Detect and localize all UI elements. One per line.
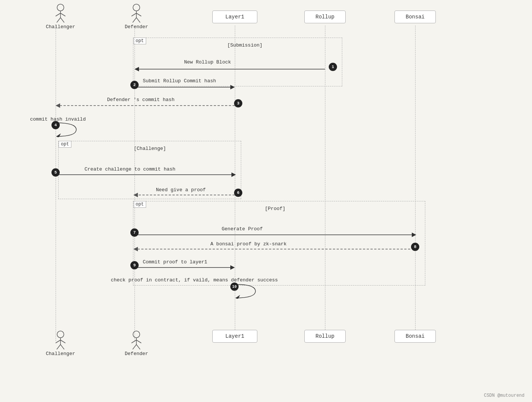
arrow-step3: [56, 103, 240, 109]
challenger-icon-top: [54, 4, 67, 23]
step-2: 2: [130, 81, 139, 89]
svg-line-10: [133, 18, 136, 23]
svg-marker-13: [135, 67, 139, 71]
svg-line-8: [131, 13, 136, 16]
svg-line-35: [60, 345, 64, 349]
opt-tag-proof: opt: [133, 201, 146, 208]
label-step5: Create challenge to commit hash: [85, 166, 175, 172]
defender-label-top: Defender: [125, 24, 148, 30]
svg-line-11: [136, 18, 140, 23]
svg-marker-26: [133, 247, 138, 251]
svg-point-30: [57, 331, 64, 338]
svg-line-38: [131, 340, 136, 343]
svg-line-41: [136, 345, 140, 349]
actor-box-rollup-top: Rollup: [304, 11, 346, 23]
defender-icon-bottom: [130, 331, 143, 349]
actor-defender-top: Defender: [125, 4, 148, 30]
lifeline-bonsai: [415, 26, 416, 341]
arrow-step7: [135, 232, 420, 238]
arrow-step8: [133, 246, 420, 252]
actor-challenger-bottom: Challenger: [46, 331, 75, 357]
svg-line-9: [136, 13, 141, 16]
step-7: 7: [130, 228, 139, 237]
lifeline-challenger: [56, 26, 56, 341]
svg-marker-22: [133, 193, 138, 197]
actor-defender-bottom: Defender: [125, 331, 148, 357]
opt-label-submission: [Submission]: [227, 42, 263, 48]
arrow-step9: [135, 264, 240, 271]
step-4: 4: [51, 121, 60, 129]
actor-box-layer1-top: Layer1: [212, 11, 257, 23]
actor-challenger-top: Challenger: [46, 4, 75, 30]
defender-icon-top: [130, 4, 143, 23]
svg-marker-17: [56, 103, 60, 108]
svg-line-39: [136, 340, 141, 343]
svg-line-32: [56, 340, 60, 343]
challenger-label-bottom: Challenger: [46, 351, 75, 357]
svg-line-4: [57, 18, 60, 23]
label-step10: check proof in contract, if vaild, means…: [111, 277, 278, 283]
arrow-step1: [135, 66, 330, 72]
svg-line-5: [60, 18, 64, 23]
actor-box-rollup-bottom: Rollup: [304, 330, 346, 343]
label-step4: commit hash invaild: [30, 116, 86, 122]
svg-line-3: [60, 13, 65, 16]
lifeline-defender: [135, 26, 135, 341]
step-6: 6: [234, 189, 242, 197]
challenger-label-top: Challenger: [46, 24, 75, 30]
arrow-step5: [56, 172, 240, 178]
step-5: 5: [51, 168, 60, 177]
opt-label-proof: [Proof]: [265, 206, 286, 212]
svg-line-2: [56, 13, 60, 16]
opt-label-challenge: [Challenge]: [134, 146, 166, 151]
label-step7: Generate Proof: [222, 226, 263, 232]
sequence-diagram: opt [Submission] opt [Challenge] opt [Pr…: [0, 0, 532, 402]
step-1: 1: [329, 63, 337, 71]
svg-point-0: [57, 4, 64, 11]
opt-tag-submission: opt: [133, 38, 146, 44]
opt-tag-challenge: opt: [59, 141, 71, 148]
step-3: 3: [234, 99, 242, 107]
arrow-step6: [133, 192, 240, 198]
svg-line-33: [60, 340, 65, 343]
svg-line-34: [57, 345, 60, 349]
actor-box-bonsai-bottom: Bonsai: [394, 330, 436, 343]
lifeline-rollup: [325, 26, 325, 341]
svg-line-40: [133, 345, 136, 349]
svg-marker-28: [230, 265, 235, 270]
watermark: CSDN @mutourend: [484, 393, 524, 398]
label-step1: New Rollup Block: [184, 59, 231, 65]
actor-box-layer1-bottom: Layer1: [212, 330, 257, 343]
svg-point-36: [133, 331, 140, 338]
svg-point-6: [133, 4, 140, 11]
actor-box-bonsai-top: Bonsai: [394, 11, 436, 23]
defender-label-bottom: Defender: [125, 351, 148, 357]
svg-marker-20: [231, 172, 236, 177]
step-10: 10: [230, 283, 239, 291]
step-8: 8: [411, 243, 419, 251]
label-step9: Commit proof to layer1: [143, 259, 207, 265]
svg-marker-24: [412, 233, 416, 237]
label-step3: Defender 's commit hash: [107, 97, 174, 103]
challenger-icon-bottom: [54, 331, 67, 349]
step-9: 9: [130, 261, 139, 269]
svg-marker-15: [230, 85, 235, 89]
label-step2: Submit Rollup Commit hash: [143, 78, 216, 84]
arrow-step2: [135, 84, 240, 90]
